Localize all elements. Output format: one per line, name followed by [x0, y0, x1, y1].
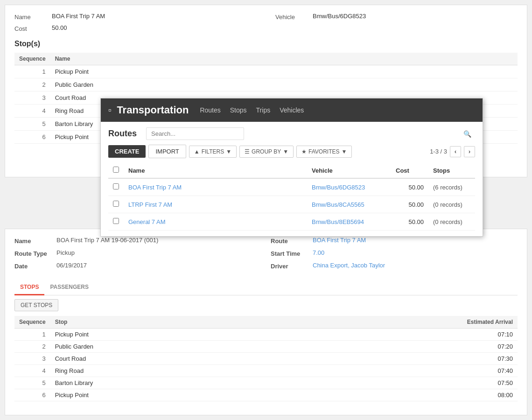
nav-item-routes[interactable]: Routes	[200, 105, 220, 116]
search-input[interactable]	[146, 127, 244, 140]
table-row: 2Public Garden07:20	[14, 341, 518, 353]
groupby-chevron: ▼	[283, 148, 288, 155]
prev-page-button[interactable]: ‹	[450, 146, 461, 157]
pagination-text: 1-3 / 3	[430, 148, 447, 155]
row-checkbox[interactable]	[113, 218, 119, 224]
create-button[interactable]: CREATE	[108, 145, 146, 158]
seq-cell: 1	[14, 329, 50, 341]
stop-cell: Ring Road	[50, 365, 267, 377]
cost-col-header: Cost	[391, 163, 428, 178]
list-item: General 7 AM Bmw/Bus/8EB5694 50.00 (0 re…	[108, 213, 475, 231]
tab-passengers[interactable]: PASSENGERS	[44, 280, 94, 295]
arrival-cell: 07:50	[267, 377, 518, 389]
route-vehicle-link[interactable]: Bmw/Bus/6DG8523	[312, 184, 365, 191]
filters-button[interactable]: ▲ FILTERS ▼	[189, 146, 237, 158]
bottom-stop-col: Stop	[50, 316, 267, 329]
seq-cell: 4	[14, 105, 50, 118]
route-stops-cell: (6 records)	[428, 178, 475, 196]
bottom-starttime-value: 7.00	[313, 249, 324, 257]
nav-item-stops[interactable]: Stops	[230, 105, 247, 116]
bottom-date-value: 06/19/2017	[56, 262, 87, 270]
stop-name-cell: Pickup Point	[50, 65, 518, 78]
routes-header: Routes 🔍	[108, 127, 475, 140]
route-name-cell: General 7 AM	[124, 213, 307, 231]
tabs-bar: STOPS PASSENGERS	[14, 280, 518, 295]
route-name-link[interactable]: General 7 AM	[128, 218, 166, 225]
select-all-checkbox[interactable]	[113, 167, 119, 173]
seq-col-header: Sequence	[14, 53, 50, 65]
stops-col-header: Stops	[428, 163, 475, 178]
routes-toolbar: CREATE IMPORT ▲ FILTERS ▼ ☰ GROUP BY ▼ ★…	[108, 145, 475, 158]
stops-title: Stop(s)	[14, 40, 518, 48]
seq-cell: 5	[14, 118, 50, 131]
import-button[interactable]: IMPORT	[148, 145, 186, 158]
seq-cell: 3	[14, 353, 50, 365]
row-checkbox[interactable]	[113, 183, 119, 189]
filter-chevron: ▼	[226, 148, 231, 155]
vehicle-label: Vehicle	[275, 13, 313, 21]
stop-name-cell: Public Garden	[50, 78, 518, 91]
star-icon: ★	[301, 148, 307, 155]
transport-header: ▫ Transportation RoutesStopsTripsVehicle…	[101, 98, 483, 122]
bottom-driver-label: Driver	[271, 262, 313, 270]
search-icon: 🔍	[463, 130, 471, 138]
route-name-link[interactable]: LTRP First 7 AM	[128, 201, 172, 208]
table-row: 6Pickup Point08:00	[14, 389, 518, 401]
route-cost-cell: 50.00	[391, 213, 428, 231]
nav-item-vehicles[interactable]: Vehicles	[280, 105, 304, 116]
seq-cell: 4	[14, 365, 50, 377]
bottom-panel: Name BOA First Trip 7 AM 19-06-2017 (001…	[5, 229, 527, 415]
name-col-header-overlay: Name	[124, 163, 307, 178]
list-item: BOA First Trip 7 AM Bmw/Bus/6DG8523 50.0…	[108, 178, 475, 196]
table-row: 2Public Garden	[14, 78, 518, 91]
list-item: LTRP First 7 AM Bmw/Bus/8CA5565 50.00 (0…	[108, 196, 475, 213]
get-stops-button[interactable]: GET STOPS	[14, 299, 58, 311]
bottom-route-value: BOA First Trip 7 AM	[313, 237, 366, 245]
route-cost-cell: 50.00	[391, 196, 428, 213]
table-row: 4Ring Road07:40	[14, 365, 518, 377]
routes-list-table: Name Vehicle Cost Stops BOA First Trip 7…	[108, 163, 475, 231]
route-stops-cell: (0 records)	[428, 196, 475, 213]
search-wrapper: 🔍	[146, 127, 475, 140]
seq-cell: 6	[14, 131, 50, 144]
route-stops-cell: (0 records)	[428, 213, 475, 231]
seq-cell: 3	[14, 91, 50, 105]
table-row: 3Court Road07:30	[14, 353, 518, 365]
stop-cell: Public Garden	[50, 341, 267, 353]
routes-section: Routes 🔍 CREATE IMPORT ▲ FILTERS ▼ ☰ GRO…	[101, 122, 483, 236]
groupby-label: GROUP BY	[252, 148, 281, 155]
route-vehicle-link[interactable]: Bmw/Bus/8CA5565	[312, 201, 364, 208]
arrival-cell: 07:20	[267, 341, 518, 353]
stop-cell: Court Road	[50, 353, 267, 365]
table-row: 5Barton Library07:50	[14, 377, 518, 389]
route-name-link[interactable]: BOA First Trip 7 AM	[128, 184, 182, 191]
seq-cell: 1	[14, 65, 50, 78]
groupby-icon: ☰	[245, 148, 250, 155]
bottom-driver-value: China Export, Jacob Taylor	[313, 262, 385, 270]
grid-icon: ▫	[108, 105, 111, 115]
arrival-cell: 07:10	[267, 329, 518, 341]
route-vehicle-cell: Bmw/Bus/8CA5565	[307, 196, 391, 213]
route-vehicle-cell: Bmw/Bus/6DG8523	[307, 178, 391, 196]
groupby-button[interactable]: ☰ GROUP BY ▼	[239, 146, 294, 158]
vehicle-value: Bmw/Bus/6DG8523	[313, 13, 366, 21]
favorites-label: FAVORITES	[308, 148, 339, 155]
stop-cell: Pickup Point	[50, 389, 267, 401]
favorites-button[interactable]: ★ FAVORITES ▼	[296, 146, 352, 158]
arrival-cell: 07:40	[267, 365, 518, 377]
route-vehicle-link[interactable]: Bmw/Bus/8EB5694	[312, 218, 364, 225]
bottom-arrival-col: Estimated Arrival	[267, 316, 518, 329]
seq-cell: 2	[14, 341, 50, 353]
nav-item-trips[interactable]: Trips	[256, 105, 271, 116]
row-checkbox[interactable]	[113, 201, 119, 207]
bottom-routetype-value: Pickup	[56, 249, 75, 257]
stop-cell: Barton Library	[50, 377, 267, 389]
favorites-chevron: ▼	[342, 148, 347, 155]
arrival-cell: 08:00	[267, 389, 518, 401]
bottom-name-label: Name	[14, 237, 56, 245]
tab-stops[interactable]: STOPS	[14, 280, 44, 295]
transportation-overlay: ▫ Transportation RoutesStopsTripsVehicle…	[100, 98, 483, 237]
next-page-button[interactable]: ›	[464, 146, 475, 157]
cost-label: Cost	[14, 24, 52, 32]
pagination: 1-3 / 3 ‹ ›	[430, 146, 475, 157]
